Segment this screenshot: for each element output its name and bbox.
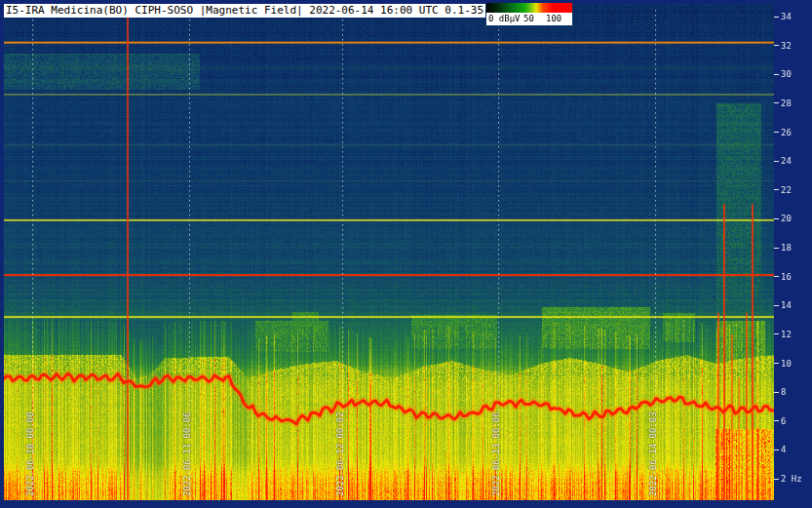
tick-mark-icon	[774, 479, 779, 480]
tick-mark-icon	[774, 363, 779, 364]
tick-mark-icon	[774, 449, 779, 450]
freq-tick-30: 30	[774, 69, 792, 79]
freq-tick-34: 34	[774, 12, 792, 21]
tick-mark-icon	[774, 102, 779, 103]
freq-tick-16: 16	[774, 272, 792, 282]
freq-tick-12: 12	[774, 330, 792, 339]
freq-tick-14: 14	[774, 300, 792, 310]
freq-tick-2: 2 Hz	[774, 474, 802, 484]
tick-mark-icon	[774, 218, 779, 219]
freq-tick-label: 32	[781, 41, 792, 51]
freq-tick-4: 4	[774, 445, 786, 454]
freq-tick-label: 14	[781, 300, 792, 310]
colorbar-label-max: 100	[546, 13, 561, 25]
freq-tick-label: 2 Hz	[781, 474, 802, 484]
tick-mark-icon	[774, 305, 779, 306]
title-bar: I5-IRA Medicina(BO) CIPH-SOSO |Magnetic …	[4, 4, 485, 18]
freq-tick-8: 8	[774, 387, 786, 397]
tick-mark-icon	[774, 74, 779, 75]
tick-mark-icon	[774, 392, 779, 393]
freq-tick-label: 4	[781, 445, 786, 454]
tick-mark-icon	[774, 161, 779, 162]
freq-tick-20: 20	[774, 214, 792, 223]
freq-tick-24: 24	[774, 156, 792, 166]
tick-mark-icon	[774, 420, 779, 421]
freq-tick-label: 34	[781, 12, 792, 21]
freq-tick-label: 26	[781, 128, 792, 137]
freq-tick-label: 24	[781, 156, 792, 166]
freq-tick-18: 18	[774, 243, 792, 253]
colorbar-gradient	[486, 3, 572, 13]
freq-tick-label: 22	[781, 185, 792, 195]
freq-tick-label: 28	[781, 98, 792, 108]
freq-tick-6: 6	[774, 416, 786, 426]
freq-tick-label: 12	[781, 330, 792, 339]
colorbar-label-min: 0 dBµV	[488, 13, 521, 25]
tick-mark-icon	[774, 276, 779, 277]
freq-tick-label: 30	[781, 69, 792, 79]
freq-tick-label: 18	[781, 243, 792, 253]
freq-tick-label: 10	[781, 359, 792, 369]
spectrogram-canvas	[4, 4, 774, 500]
colorbar-label-mid: 50	[523, 13, 534, 25]
freq-tick-28: 28	[774, 98, 792, 108]
tick-mark-icon	[774, 132, 779, 133]
freq-tick-label: 16	[781, 272, 792, 282]
freq-tick-22: 22	[774, 185, 792, 195]
freq-tick-label: 8	[781, 387, 786, 397]
tick-mark-icon	[774, 248, 779, 249]
tick-mark-icon	[774, 333, 779, 334]
freq-tick-label: 20	[781, 214, 792, 223]
freq-tick-32: 32	[774, 41, 792, 51]
tick-mark-icon	[774, 189, 779, 190]
freq-tick-10: 10	[774, 359, 792, 369]
tick-mark-icon	[774, 45, 779, 46]
colorbar: 0 dBµV 50 100	[486, 3, 572, 25]
colorbar-labels: 0 dBµV 50 100	[486, 13, 572, 25]
tick-mark-icon	[774, 17, 779, 18]
freq-tick-label: 6	[781, 416, 786, 426]
frequency-axis: 343230282624222018161412108642 Hz	[774, 0, 812, 508]
spectrogram-page: 2022-06-10 00:002022-06-11 00:062022-06-…	[0, 0, 812, 508]
page-title: I5-IRA Medicina(BO) CIPH-SOSO |Magnetic …	[6, 4, 483, 17]
freq-tick-26: 26	[774, 128, 792, 137]
